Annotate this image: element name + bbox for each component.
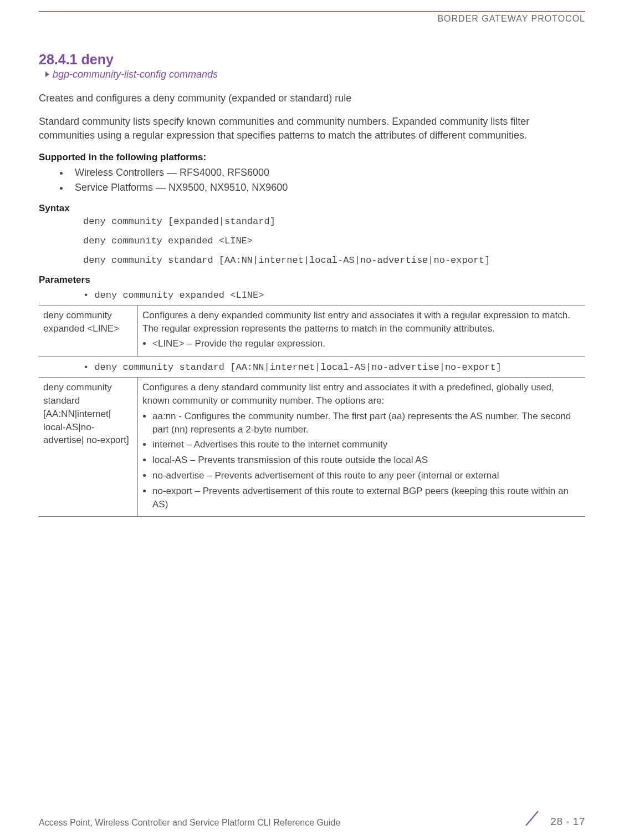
header-rule [39, 11, 585, 12]
param-name-cell: deny community expanded <LINE> [39, 305, 138, 356]
param-desc-cell: Configures a deny expanded community lis… [138, 305, 586, 356]
svg-line-0 [526, 811, 538, 826]
footer-slash-icon [523, 809, 541, 828]
page-footer: Access Point, Wireless Controller and Se… [39, 809, 585, 828]
page-number: 28 - 17 [550, 816, 585, 828]
platforms-list: Wireless Controllers — RFS4000, RFS6000 … [39, 165, 585, 195]
param-bullet: deny community expanded <LINE> [83, 290, 585, 301]
param-desc-text: Configures a deny standard community lis… [142, 382, 554, 406]
section-title: 28.4.1 deny [39, 52, 585, 68]
param-desc-text: Configures a deny expanded community lis… [142, 310, 570, 334]
platform-item: Wireless Controllers — RFS4000, RFS6000 [69, 165, 585, 180]
parameters-heading: Parameters [39, 274, 585, 286]
param-desc-item: internet – Advertises this route to the … [152, 438, 580, 451]
syntax-line: deny community [expanded|standard] [83, 216, 585, 227]
syntax-line: deny community standard [AA:NN|internet|… [83, 255, 585, 266]
syntax-heading: Syntax [39, 203, 585, 214]
platform-item: Service Platforms — NX9500, NX9510, NX96… [69, 180, 585, 195]
param-desc-item: no-export – Prevents advertisement of th… [152, 485, 580, 511]
running-header: BORDER GATEWAY PROTOCOL [39, 14, 585, 24]
param-bullet: deny community standard [AA:NN|internet|… [83, 362, 585, 373]
intro-paragraph-1: Creates and configures a deny community … [39, 91, 585, 105]
footer-title: Access Point, Wireless Controller and Se… [39, 818, 340, 828]
syntax-line: deny community expanded <LINE> [83, 236, 585, 246]
param-desc-cell: Configures a deny standard community lis… [138, 378, 586, 517]
param-table-1: deny community expanded <LINE> Configure… [39, 305, 585, 357]
param-desc-item: aa:nn - Configures the community number.… [152, 410, 580, 436]
intro-paragraph-2: Standard community lists specify known c… [39, 115, 585, 142]
param-name-cell: deny community standard [AA:NN|internet|… [39, 378, 138, 517]
param-table-2: deny community standard [AA:NN|internet|… [39, 377, 585, 517]
breadcrumb-link[interactable]: bgp-community-list-config commands [45, 69, 585, 80]
param-desc-item: no-advertise – Prevents advertisement of… [152, 469, 580, 482]
supported-heading: Supported in the following platforms: [39, 152, 585, 163]
param-desc-item: local-AS – Prevents transmission of this… [152, 454, 580, 467]
param-desc-item: <LINE> – Provide the regular expression. [152, 337, 580, 350]
